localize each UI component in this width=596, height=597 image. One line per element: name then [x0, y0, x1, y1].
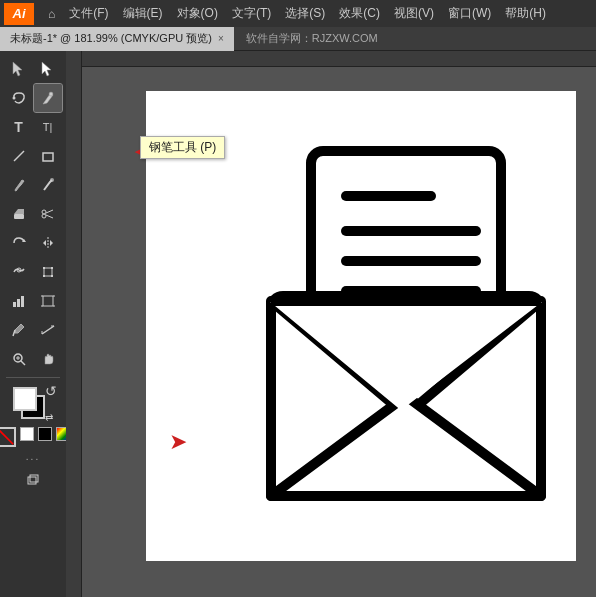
ruler-horizontal: [66, 51, 596, 67]
color-swatches: ↺ ⇄: [13, 387, 53, 423]
tool-row-4: [0, 142, 66, 170]
direct-selection-tool[interactable]: [34, 55, 62, 83]
main-area: T T|: [0, 51, 596, 597]
svg-marker-1: [42, 62, 51, 76]
svg-marker-16: [50, 240, 53, 246]
more-tools[interactable]: ...: [0, 451, 66, 462]
tool-row-10: [0, 316, 66, 344]
svg-point-2: [12, 97, 15, 100]
svg-marker-15: [43, 240, 46, 246]
screen-mode-tool[interactable]: [19, 466, 47, 494]
svg-rect-20: [51, 267, 53, 269]
tool-row-2: [0, 84, 66, 112]
svg-point-10: [42, 214, 46, 218]
svg-rect-40: [28, 477, 36, 484]
menu-object[interactable]: 对象(O): [171, 3, 224, 24]
svg-rect-24: [17, 299, 20, 307]
lasso-tool[interactable]: [5, 84, 33, 112]
color-area: ↺ ⇄: [0, 387, 66, 447]
pen-tool[interactable]: [34, 84, 62, 112]
tab-label: 未标题-1* @ 181.99% (CMYK/GPU 预览): [10, 31, 212, 46]
svg-line-11: [46, 210, 53, 213]
menu-text[interactable]: 文字(T): [226, 3, 277, 24]
menu-help[interactable]: 帮助(H): [499, 3, 552, 24]
tool-row-7: [0, 229, 66, 257]
svg-rect-25: [21, 296, 24, 307]
eraser-tool[interactable]: [5, 200, 33, 228]
envelope-illustration: [256, 146, 556, 506]
menu-file[interactable]: 文件(F): [63, 3, 114, 24]
zoom-tool[interactable]: [5, 345, 33, 373]
chart-tool[interactable]: [5, 287, 33, 315]
swap-colors-icon[interactable]: ⇄: [45, 412, 53, 423]
menu-edit[interactable]: 编辑(E): [117, 3, 169, 24]
scissors-tool[interactable]: [34, 200, 62, 228]
svg-rect-21: [43, 275, 45, 277]
rotate-tool[interactable]: [5, 229, 33, 257]
canvas-area: 钢笔工具 (P) ➤ ➤: [66, 51, 596, 597]
toolbar: T T|: [0, 51, 66, 597]
toolbar-divider: [6, 377, 60, 378]
active-tab[interactable]: 未标题-1* @ 181.99% (CMYK/GPU 预览) ×: [0, 27, 234, 51]
svg-rect-22: [51, 275, 53, 277]
warp-tool[interactable]: [5, 258, 33, 286]
svg-rect-26: [43, 296, 53, 306]
middle-arrow-annotation: ➤: [169, 429, 187, 455]
none-fill-icon[interactable]: [0, 427, 16, 447]
artboard-tool[interactable]: [34, 287, 62, 315]
ruler-vertical: [66, 51, 82, 597]
svg-rect-18: [44, 268, 52, 276]
svg-point-9: [42, 210, 46, 214]
eyedropper-tool[interactable]: [5, 316, 33, 344]
svg-rect-7: [14, 214, 24, 219]
reflect-tool[interactable]: [34, 229, 62, 257]
tab-bar: 未标题-1* @ 181.99% (CMYK/GPU 预览) × 软件自学网：R…: [0, 27, 596, 51]
tool-row-3: T T|: [0, 113, 66, 141]
blob-brush-tool[interactable]: [34, 171, 62, 199]
svg-line-12: [46, 215, 53, 218]
fill-color[interactable]: [13, 387, 37, 411]
measure-tool[interactable]: [34, 316, 62, 344]
tool-row-6: [0, 200, 66, 228]
tool-row-1: [0, 55, 66, 83]
menu-view[interactable]: 视图(V): [388, 3, 440, 24]
line-tool[interactable]: [5, 142, 33, 170]
white-swatch[interactable]: [20, 427, 34, 441]
svg-point-6: [50, 178, 54, 182]
black-swatch[interactable]: [38, 427, 52, 441]
paintbrush-tool[interactable]: [5, 171, 33, 199]
hand-tool[interactable]: [34, 345, 62, 373]
tab-right-info: 软件自学网：RJZXW.COM: [234, 31, 390, 46]
svg-line-39: [0, 430, 13, 444]
type-tool[interactable]: T: [5, 113, 33, 141]
pen-tool-tooltip: 钢笔工具 (P): [140, 136, 225, 159]
tool-row-8: [0, 258, 66, 286]
svg-rect-41: [30, 475, 38, 482]
svg-line-4: [14, 151, 24, 161]
selection-tool[interactable]: [5, 55, 33, 83]
tool-row-9: [0, 287, 66, 315]
menu-window[interactable]: 窗口(W): [442, 3, 497, 24]
svg-marker-8: [14, 209, 24, 214]
svg-rect-23: [13, 302, 16, 307]
svg-point-3: [49, 92, 53, 96]
menu-bar: Ai ⌂ 文件(F) 编辑(E) 对象(O) 文字(T) 选择(S) 效果(C)…: [0, 0, 596, 27]
artboard: [146, 91, 576, 561]
tab-close-button[interactable]: ×: [218, 33, 224, 44]
svg-line-32: [42, 326, 54, 334]
touch-type-tool[interactable]: T|: [34, 113, 62, 141]
tool-row-11: [0, 345, 66, 373]
svg-marker-0: [13, 62, 22, 76]
menu-effect[interactable]: 效果(C): [333, 3, 386, 24]
free-transform-tool[interactable]: [34, 258, 62, 286]
ai-logo: Ai: [4, 3, 34, 25]
rectangle-tool[interactable]: [34, 142, 62, 170]
svg-line-36: [21, 361, 25, 365]
tool-row-5: [0, 171, 66, 199]
svg-rect-5: [43, 153, 53, 161]
svg-rect-19: [43, 267, 45, 269]
svg-line-31: [13, 330, 15, 336]
menu-home[interactable]: ⌂: [42, 5, 61, 23]
reset-colors-icon[interactable]: ↺: [45, 383, 57, 399]
menu-select[interactable]: 选择(S): [279, 3, 331, 24]
